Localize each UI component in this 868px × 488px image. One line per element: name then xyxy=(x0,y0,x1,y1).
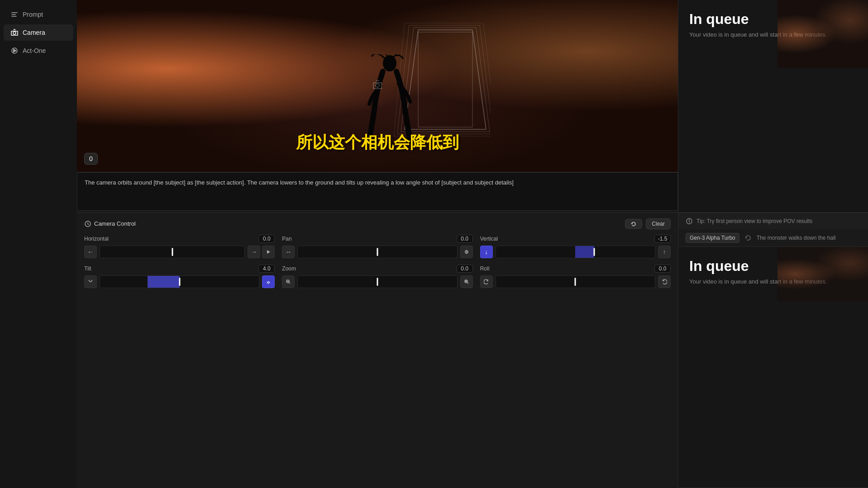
svg-rect-6 xyxy=(418,32,472,127)
sidebar-item-prompt[interactable]: Prompt xyxy=(4,6,73,23)
queue-card-2: In queue Your video is in queue and will… xyxy=(678,247,868,488)
roll-label: Roll xyxy=(480,265,490,272)
camera-icon xyxy=(11,29,18,36)
pan-right-btn[interactable] xyxy=(460,246,473,258)
zoom-out-icon xyxy=(286,280,291,284)
queue-card-1: In queue Your video is in queue and will… xyxy=(678,0,868,213)
zoom-value: 0.0 xyxy=(457,265,473,273)
text-icon xyxy=(11,11,18,18)
zoom-track[interactable] xyxy=(297,275,457,288)
sidebar-item-act-one[interactable]: Act-One xyxy=(4,43,73,59)
vertical-down-btn[interactable]: ↓ xyxy=(480,246,493,258)
gen-model-text: Gen-3 Alpha Turbo xyxy=(690,235,735,241)
zoom-controls xyxy=(282,275,472,288)
slider-group-zoom: Zoom 0.0 xyxy=(282,265,472,288)
svg-marker-2 xyxy=(405,30,486,129)
sidebar-item-camera[interactable]: Camera xyxy=(4,24,73,41)
slider-group-roll: Roll 0.0 xyxy=(480,265,671,288)
pan-value: 0.0 xyxy=(457,235,473,243)
svg-point-7 xyxy=(383,55,396,71)
reset-icon xyxy=(631,221,636,227)
horizontal-value: 0.0 xyxy=(258,235,275,243)
tilt-fill xyxy=(148,276,179,288)
pan-controls: ↔ xyxy=(282,246,472,258)
sliders-row-2: Tilt 4.0 xyxy=(84,265,671,288)
camera-center-icon xyxy=(372,80,383,92)
slider-group-pan: Pan 0.0 ↔ xyxy=(282,235,472,258)
zoom-in-icon xyxy=(464,280,469,284)
camera-control-header: Camera Control Clear xyxy=(84,218,671,229)
tilt-accent-icon xyxy=(266,280,271,284)
sliders-section: Horizontal 0.0 ← → xyxy=(84,235,671,288)
prompt-textarea[interactable] xyxy=(77,172,678,211)
roll-right-btn[interactable] xyxy=(658,275,671,288)
camera-control-label: Camera Control xyxy=(94,220,136,227)
roll-left-btn[interactable] xyxy=(480,275,493,288)
vertical-label: Vertical xyxy=(480,236,498,242)
tip-text: Tip: Try first person view to improve PO… xyxy=(696,218,812,224)
sidebar-label-prompt: Prompt xyxy=(23,11,43,18)
tilt-track[interactable] xyxy=(100,275,259,288)
camera-control-title: Camera Control xyxy=(84,220,136,227)
vertical-thumb xyxy=(594,248,595,256)
horizontal-right-btn[interactable]: → xyxy=(248,246,260,258)
camera-control-panel: Camera Control Clear xyxy=(77,213,678,488)
slider-group-vertical: Vertical -1.5 ↓ ↑ xyxy=(480,235,671,258)
tilt-left-btn[interactable] xyxy=(84,275,97,288)
svg-marker-10 xyxy=(267,250,270,254)
gen-model-badge: Gen-3 Alpha Turbo xyxy=(686,233,739,243)
roll-thumb xyxy=(575,278,576,286)
pan-icon xyxy=(464,250,469,254)
horizontal-track[interactable] xyxy=(100,246,245,258)
reset-button[interactable] xyxy=(625,219,642,229)
slider-group-horizontal: Horizontal 0.0 ← → xyxy=(84,235,275,258)
camera-control-icon xyxy=(84,220,91,227)
svg-point-0 xyxy=(13,32,16,34)
clear-button[interactable]: Clear xyxy=(646,218,671,229)
right-panel: In queue Your video is in queue and will… xyxy=(678,0,868,488)
pan-left-btn[interactable]: ↔ xyxy=(282,246,295,258)
video-preview: 0 所以这个相机会降低到 xyxy=(77,0,678,172)
sidebar-label-camera: Camera xyxy=(23,29,45,36)
queue-thumbnail-2 xyxy=(777,247,868,301)
zoom-thumb xyxy=(377,278,378,286)
gen-info-bar: Gen-3 Alpha Turbo The monster walks down… xyxy=(678,229,868,247)
slider-group-tilt: Tilt 4.0 xyxy=(84,265,275,288)
tip-bar: Tip: Try first person view to improve PO… xyxy=(678,213,868,229)
roll-controls xyxy=(480,275,671,288)
queue-thumbnail-1 xyxy=(777,0,868,68)
horizontal-label: Horizontal xyxy=(84,236,109,242)
roll-track[interactable] xyxy=(496,275,655,288)
zoom-in-btn[interactable] xyxy=(460,275,473,288)
tilt-down-icon xyxy=(88,279,93,284)
tilt-controls xyxy=(84,275,275,288)
zoom-out-btn[interactable] xyxy=(282,275,295,288)
tilt-right-btn[interactable] xyxy=(262,275,275,288)
gen-refresh-icon xyxy=(745,235,751,241)
roll-left-icon xyxy=(484,279,489,284)
subject-silhouette xyxy=(367,54,412,145)
prompt-area xyxy=(77,172,678,213)
act-icon xyxy=(11,47,18,54)
tilt-label: Tilt xyxy=(84,265,91,272)
vertical-up-btn[interactable]: ↑ xyxy=(658,246,671,258)
vertical-fill xyxy=(575,246,594,258)
horizontal-left-btn[interactable]: ← xyxy=(84,246,97,258)
sidebar: Prompt Camera Act-One xyxy=(0,0,77,488)
svg-point-8 xyxy=(376,84,379,87)
sliders-row-1: Horizontal 0.0 ← → xyxy=(84,235,671,258)
gen-prompt-text: The monster walks down the hall xyxy=(757,235,836,241)
pan-label: Pan xyxy=(282,236,291,242)
horizontal-play-btn[interactable] xyxy=(262,246,275,258)
pan-track[interactable] xyxy=(297,246,457,258)
vertical-controls: ↓ ↑ xyxy=(480,246,671,258)
tip-icon xyxy=(686,218,693,225)
roll-value: 0.0 xyxy=(654,265,671,273)
zoom-label: Zoom xyxy=(282,265,296,272)
horizontal-controls: ← → xyxy=(84,246,275,258)
clear-label: Clear xyxy=(652,221,665,227)
vertical-track[interactable] xyxy=(496,246,655,258)
timer-badge: 0 xyxy=(84,153,98,165)
svg-line-15 xyxy=(289,282,291,284)
vertical-value: -1.5 xyxy=(654,235,671,243)
